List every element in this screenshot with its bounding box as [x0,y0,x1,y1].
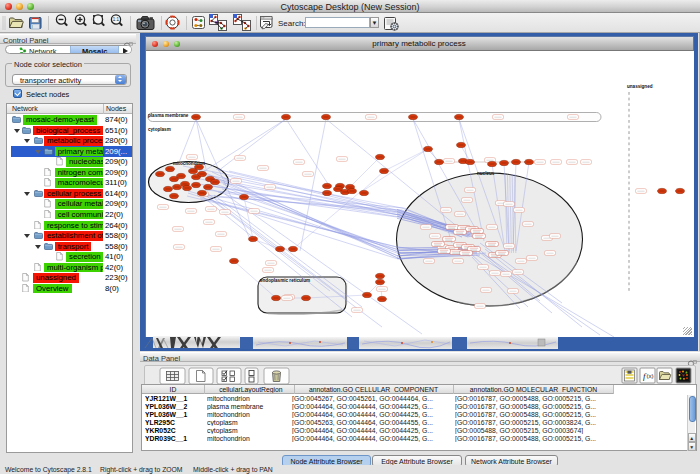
svg-text:endoplasmic reticulum: endoplasmic reticulum [260,277,310,282]
svg-text:unassigned: unassigned [627,84,653,89]
svg-text:mitochondrion: mitochondrion [173,161,205,166]
svg-text:plasma membrane: plasma membrane [148,113,189,118]
svg-text:nucleus: nucleus [477,171,495,176]
svg-text:1:1: 1:1 [113,17,120,22]
svg-text:cytoplasm: cytoplasm [148,127,171,132]
svg-text:(x): (x) [647,373,654,379]
